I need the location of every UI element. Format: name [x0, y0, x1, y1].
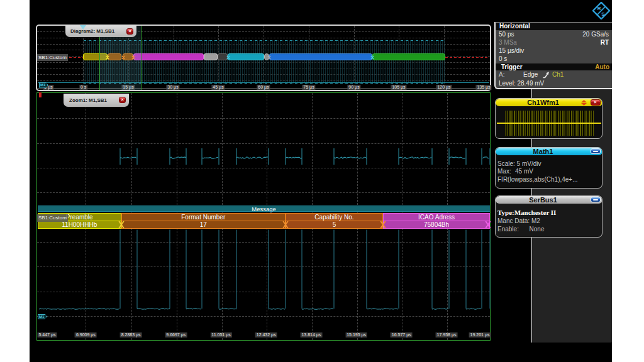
svg-text:S: S	[601, 11, 605, 17]
svg-text:R: R	[597, 6, 601, 11]
